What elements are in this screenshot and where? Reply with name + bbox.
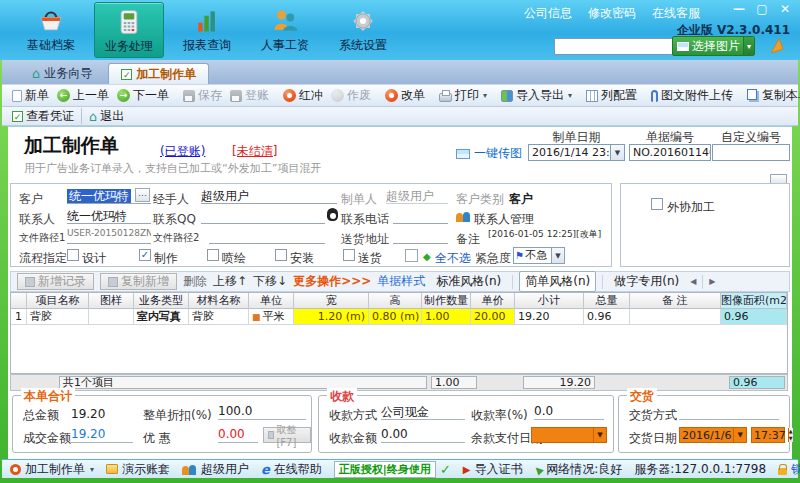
toolbar-redink-button[interactable]: 红冲 <box>279 85 327 106</box>
image-path-input[interactable] <box>554 38 682 55</box>
maximize-button[interactable]: ▢ <box>755 2 769 16</box>
doc-date-picker[interactable]: 2016/1/14 23:15:52 ▼ <box>528 144 625 161</box>
material-cell[interactable]: 背胶 <box>189 309 249 325</box>
select-none-link[interactable]: 全不选 <box>435 250 471 267</box>
statusbar-user[interactable]: 超级用户 <box>182 461 249 478</box>
move-down-link[interactable]: 下移↓ <box>253 273 287 290</box>
flow-install-checkbox[interactable] <box>275 249 287 261</box>
unsettled-status-link[interactable]: [未结清] <box>232 143 277 160</box>
total-qty-cell[interactable]: 0.96 <box>584 309 630 325</box>
pay-amount-field[interactable]: 0.00 <box>381 427 465 443</box>
spin-up-icon[interactable]: ▲ <box>789 428 793 435</box>
exit-button[interactable]: ⌂退出 <box>85 106 128 127</box>
urgency-select[interactable]: ⚑ 不急 ▼ <box>513 247 565 264</box>
chevron-down-icon[interactable]: ▼ <box>610 145 624 160</box>
file-path1-field[interactable]: USER-20150128ZN:C:\ <box>67 228 151 244</box>
flow-make-checkbox[interactable]: ✓ <box>139 249 151 261</box>
style-standard-tab[interactable]: 标准风格(n) <box>431 272 506 291</box>
horn-icon[interactable] <box>768 36 788 56</box>
subtotal-cell[interactable]: 19.20 <box>515 309 584 325</box>
file-path2-field[interactable] <box>209 228 325 244</box>
due-date-picker[interactable]: ▼ <box>531 427 607 443</box>
delivery-date-picker[interactable]: 2016/1/6 ▼ <box>679 427 747 443</box>
toolbar-print-button[interactable]: 打印▾ <box>435 85 491 106</box>
delivery-method-field[interactable] <box>679 404 779 420</box>
posted-status-link[interactable]: (已登账) <box>160 143 205 160</box>
deal-amount-field[interactable]: 19.20 <box>71 427 133 443</box>
toolbar-prev-button[interactable]: ←上一单 <box>53 85 113 106</box>
contact-field[interactable]: 统一优玛特 <box>67 208 151 224</box>
col-header[interactable]: 图样 <box>89 293 134 309</box>
add-record-button[interactable]: 新增记录 <box>17 273 94 290</box>
outsource-checkbox[interactable] <box>651 198 663 210</box>
col-header[interactable]: 图像面积(m2) <box>721 293 787 309</box>
statusbar-account-set[interactable]: 演示账套 <box>106 461 170 478</box>
col-header[interactable]: 项目名称 <box>27 293 89 309</box>
delivery-time-stepper[interactable]: 17:37 ▲▼ <box>751 427 785 443</box>
unit-cell[interactable]: ■平米 <box>249 309 294 325</box>
statusbar-doc-type-menu[interactable]: 加工制作单▾ <box>10 461 94 478</box>
toolbar-copy-doc-button[interactable]: 复制本单 <box>743 85 800 106</box>
spin-down-icon[interactable]: ▼ <box>789 435 793 442</box>
delivery-address-field[interactable] <box>393 228 448 244</box>
delete-link[interactable]: 删除 <box>183 273 207 290</box>
col-header[interactable]: 高 <box>369 293 422 309</box>
flow-extra-input[interactable] <box>405 249 418 262</box>
round-button[interactable]: 取整[F7] <box>263 427 311 443</box>
col-header[interactable] <box>11 293 27 309</box>
handler-field[interactable]: 超级用户 <box>201 188 337 204</box>
height-cell[interactable]: 0.80 (m) <box>369 309 422 325</box>
style-simple-tab[interactable]: 简单风格(n) <box>519 271 596 292</box>
change-password-link[interactable]: 修改密码 <box>588 5 636 22</box>
qty-cell[interactable]: 1.00 <box>422 309 471 325</box>
pay-method-field[interactable]: 公司现金 <box>381 404 465 420</box>
scroll-left-icon[interactable]: ◀ <box>690 277 696 286</box>
col-header[interactable]: 单位 <box>249 293 294 309</box>
close-button[interactable]: ✕ <box>778 2 792 16</box>
qq-field[interactable] <box>201 208 325 224</box>
tab-business-wizard[interactable]: ⌂ 业务向导 <box>20 63 104 84</box>
customer-lookup-button[interactable]: … <box>135 188 150 202</box>
col-header[interactable]: 单价 <box>471 293 515 309</box>
toolbar-void-button[interactable]: 作废 <box>327 85 375 106</box>
online-service-link[interactable]: 在线客服 <box>652 5 700 22</box>
item-image-cell[interactable] <box>89 309 134 325</box>
scroll-right-icon[interactable]: ▶ <box>709 277 715 286</box>
phone-field[interactable] <box>393 208 448 224</box>
statusbar-import-cert[interactable]: ▶导入证书 <box>463 461 523 478</box>
col-header[interactable]: 业务类型 <box>134 293 189 309</box>
copy-add-button[interactable]: 复制新增 <box>100 273 177 290</box>
company-info-link[interactable]: 公司信息 <box>524 5 572 22</box>
statusbar-online-help[interactable]: e在线帮助 <box>261 461 322 478</box>
table-row[interactable]: 1 背胶 室内写真 背胶 ■平米 1.20 (m) 0.80 (m) 1.00 … <box>11 309 787 325</box>
nav-report-query[interactable]: 报表查询 <box>172 2 242 58</box>
col-header[interactable]: 总量 <box>584 293 630 309</box>
select-image-dropdown[interactable]: ▾ <box>743 37 754 55</box>
tab-processing-order[interactable]: ✓ 加工制作单 <box>108 63 209 84</box>
custom-no-field[interactable] <box>712 144 790 161</box>
pay-rate-field[interactable]: 0.0 <box>534 404 604 420</box>
toolbar-new-button[interactable]: 新单 <box>8 85 53 106</box>
image-area-cell[interactable]: 0.96 <box>721 309 787 325</box>
toolbar-post-button[interactable]: 登账 <box>226 85 273 106</box>
item-name-cell[interactable]: 背胶 <box>27 309 89 325</box>
col-header[interactable]: 小计 <box>515 293 584 309</box>
view-voucher-button[interactable]: ✓查看凭证 <box>8 106 78 127</box>
toolbar-next-button[interactable]: →下一单 <box>113 85 173 106</box>
select-image-button[interactable]: 选择图片 ▾ <box>672 36 755 56</box>
minimize-button[interactable]: — <box>732 2 746 16</box>
nav-hr-payroll[interactable]: 人事工资 <box>250 2 320 58</box>
statusbar-lock-screen[interactable]: 锁 屏 <box>778 461 800 478</box>
price-cell[interactable]: 20.00 <box>471 309 515 325</box>
note-cell[interactable] <box>630 309 721 325</box>
nav-basic-archives[interactable]: 基础档案 <box>16 2 86 58</box>
discount-field[interactable]: 100.0 <box>218 404 306 420</box>
nav-business-processing[interactable]: 业务处理 <box>94 2 164 58</box>
contact-manager-link[interactable]: 联系人管理 <box>474 211 534 228</box>
flow-design-checkbox[interactable] <box>67 249 79 261</box>
col-header[interactable]: 材料名称 <box>189 293 249 309</box>
toolbar-import-export-button[interactable]: 导入导出▾ <box>497 85 576 106</box>
time-spinner[interactable]: ▲▼ <box>788 428 793 442</box>
toolbar-attachment-upload-button[interactable]: 图文附件上传 <box>647 85 737 106</box>
move-up-link[interactable]: 上移↑ <box>213 273 247 290</box>
